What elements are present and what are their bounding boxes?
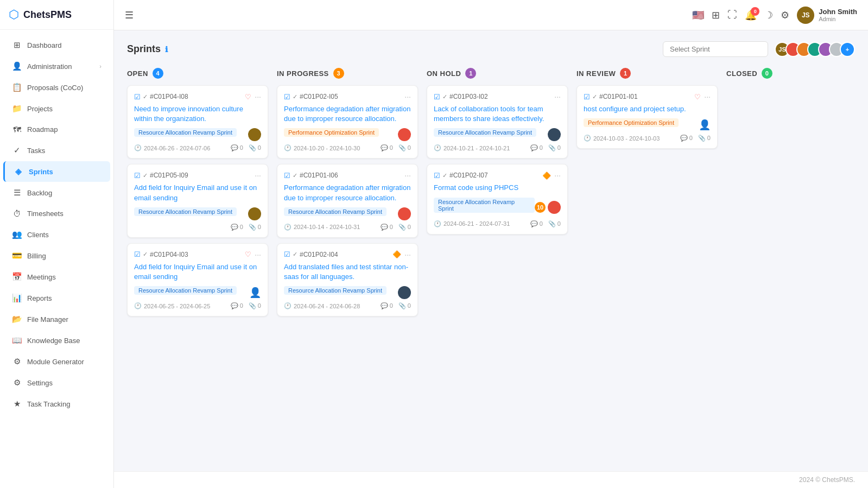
card-tag[interactable]: Performance Optimization Sprint bbox=[584, 118, 679, 127]
card-tag[interactable]: Resource Allocation Revamp Sprint bbox=[434, 128, 536, 137]
header: ☰ 🇺🇸 ⊞ ⛶ 🔔 0 ☽ ⚙ JS John Smith Admin bbox=[114, 0, 868, 30]
sidebar-item-dashboard[interactable]: ⊞ Dashboard bbox=[3, 35, 110, 55]
heart-icon[interactable]: ♡ bbox=[245, 250, 251, 258]
settings-icon[interactable]: ⚙ bbox=[781, 9, 789, 21]
priority-icon[interactable]: 🔶 bbox=[392, 250, 401, 258]
add-member-button[interactable]: + bbox=[840, 42, 855, 57]
hamburger-icon[interactable]: ☰ bbox=[125, 9, 134, 21]
attachments-stat: 📎 0 bbox=[249, 302, 261, 309]
card-title[interactable]: Add field for Inquiry Email and use it o… bbox=[134, 262, 261, 282]
card-top: ☑ ✓ #C01P04-I08 ♡ ··· bbox=[134, 92, 261, 101]
more-icon[interactable]: ··· bbox=[704, 92, 711, 101]
fullscreen-icon[interactable]: ⛶ bbox=[727, 9, 737, 21]
file-manager-icon: 📂 bbox=[12, 314, 22, 324]
more-icon[interactable]: ··· bbox=[554, 92, 561, 101]
main-area: ☰ 🇺🇸 ⊞ ⛶ 🔔 0 ☽ ⚙ JS John Smith Admin bbox=[114, 0, 868, 488]
notification-icon[interactable]: 🔔 0 bbox=[745, 9, 757, 21]
heart-icon[interactable]: ♡ bbox=[245, 93, 251, 101]
sidebar-label-file-manager: File Manager bbox=[27, 315, 68, 324]
info-icon[interactable]: ℹ bbox=[165, 45, 168, 54]
task-tracking-icon: ★ bbox=[12, 399, 22, 409]
card-meta: 10 bbox=[535, 201, 561, 214]
sidebar-item-settings[interactable]: ⚙ Settings bbox=[3, 372, 110, 393]
col-header-in-progress: IN PROGRESS 3 bbox=[277, 68, 418, 79]
card-avatar bbox=[548, 128, 561, 141]
grid-icon[interactable]: ⊞ bbox=[712, 9, 720, 21]
card-title[interactable]: Performance degradation after migration … bbox=[284, 183, 411, 202]
task-icon: ☑ bbox=[434, 172, 440, 180]
card-title[interactable]: host configure and project setup. bbox=[584, 104, 711, 114]
col-badge-open: 4 bbox=[153, 68, 163, 79]
card-tag[interactable]: Performance Optimization Sprint bbox=[284, 128, 379, 137]
more-icon[interactable]: ··· bbox=[255, 171, 261, 180]
sprint-select[interactable] bbox=[663, 41, 768, 57]
sidebar-item-backlog[interactable]: ☰ Backlog bbox=[3, 182, 110, 203]
card-avatar bbox=[548, 201, 561, 214]
card-id: ☑ ✓ #C01P04-I08 bbox=[134, 93, 188, 101]
card-title[interactable]: Need to improve innovation culture withi… bbox=[134, 104, 261, 124]
check-icon: ✓ bbox=[592, 93, 597, 100]
card-date: 🕐 2024-06-25 - 2024-06-25 bbox=[134, 302, 210, 309]
flag-icon[interactable]: 🇺🇸 bbox=[692, 9, 704, 21]
attachments-stat: 📎 0 bbox=[398, 224, 411, 231]
card-tag[interactable]: Resource Allocation Revamp Sprint bbox=[134, 286, 237, 295]
attachments-stat: 📎 0 bbox=[548, 220, 561, 227]
task-icon: ☑ bbox=[134, 93, 141, 101]
comments-stat: 💬 0 bbox=[530, 144, 543, 151]
sidebar-item-knowledge-base[interactable]: 📖 Knowledge Base bbox=[3, 330, 110, 351]
priority-icon[interactable]: 🔶 bbox=[542, 172, 551, 180]
sidebar-item-clients[interactable]: 👥 Clients bbox=[3, 224, 110, 245]
sidebar-item-projects[interactable]: 📁 Projects bbox=[3, 98, 110, 119]
more-icon[interactable]: ··· bbox=[404, 92, 411, 101]
more-icon[interactable]: ··· bbox=[255, 250, 261, 259]
sidebar-item-module-generator[interactable]: ⚙ Module Generator bbox=[3, 351, 110, 372]
sidebar-item-proposals[interactable]: 📋 Proposals (CoCo) bbox=[3, 77, 110, 98]
clock-icon: 🕐 bbox=[284, 224, 292, 231]
card-tag[interactable]: Resource Allocation Revamp Sprint bbox=[434, 198, 535, 213]
logo[interactable]: ⬡ ChetsPMS bbox=[0, 0, 113, 30]
card-meta bbox=[398, 286, 411, 299]
sidebar-label-reports: Reports bbox=[27, 294, 52, 302]
sidebar-item-roadmap[interactable]: 🗺 Roadmap bbox=[3, 119, 110, 140]
sidebar-item-reports[interactable]: 📊 Reports bbox=[3, 288, 110, 308]
card-actions: ♡ ··· bbox=[245, 92, 261, 101]
card-tag[interactable]: Resource Allocation Revamp Sprint bbox=[134, 207, 237, 216]
tag-avatar-row: Resource Allocation Revamp Sprint bbox=[134, 207, 261, 220]
card-title[interactable]: Lack of collaboration tools for team mem… bbox=[434, 104, 561, 124]
card-tag[interactable]: Resource Allocation Revamp Sprint bbox=[134, 128, 237, 137]
sidebar-label-sprints: Sprints bbox=[29, 168, 53, 176]
card-tag[interactable]: Resource Allocation Revamp Sprint bbox=[284, 286, 387, 295]
card-title[interactable]: Add translated files and test stintar no… bbox=[284, 262, 411, 282]
dark-mode-icon[interactable]: ☽ bbox=[764, 9, 773, 21]
sidebar-item-tasks[interactable]: ✓ Tasks bbox=[3, 140, 110, 161]
card-footer: 🕐 2024-06-25 - 2024-06-25 💬 0 📎 0 bbox=[134, 302, 261, 309]
more-icon[interactable]: ··· bbox=[554, 171, 561, 180]
sidebar-item-administration[interactable]: 👤 Administration › bbox=[3, 56, 110, 77]
sidebar-item-timesheets[interactable]: ⏱ Timesheets bbox=[3, 204, 110, 224]
comments-stat: 💬 0 bbox=[530, 220, 543, 227]
more-icon[interactable]: ··· bbox=[404, 171, 411, 180]
card-title[interactable]: Add field for Inquiry Email and use it o… bbox=[134, 183, 261, 202]
card-title[interactable]: Performance degradation after migration … bbox=[284, 104, 411, 124]
sidebar-item-sprints[interactable]: ◈ Sprints bbox=[3, 161, 110, 182]
card-title[interactable]: Format code using PHPCS bbox=[434, 183, 561, 193]
card-id: ☑ ✓ #C01P01-I06 bbox=[284, 172, 338, 180]
col-header-on-hold: ON HOLD 1 bbox=[427, 68, 568, 79]
kanban-col-open: OPEN 4 ☑ ✓ #C01P04-I08 ♡ ··· Need to imp… bbox=[127, 68, 268, 322]
card-footer: 🕐 2024-10-20 - 2024-10-30 💬 0 📎 0 bbox=[284, 144, 411, 151]
sidebar-item-task-tracking[interactable]: ★ Task Tracking bbox=[3, 394, 110, 414]
heart-icon[interactable]: ♡ bbox=[694, 93, 701, 101]
user-details: John Smith Admin bbox=[819, 8, 857, 22]
more-icon[interactable]: ··· bbox=[404, 250, 411, 259]
more-icon[interactable]: ··· bbox=[255, 92, 261, 101]
sidebar-item-file-manager[interactable]: 📂 File Manager bbox=[3, 309, 110, 329]
card-tag[interactable]: Resource Allocation Revamp Sprint bbox=[284, 207, 387, 216]
tag-avatar-row: Performance Optimization Sprint bbox=[284, 128, 411, 141]
timesheets-icon: ⏱ bbox=[12, 209, 22, 218]
card-date-text: 2024-06-21 - 2024-07-31 bbox=[443, 220, 510, 227]
card-meta bbox=[248, 128, 261, 141]
user-info[interactable]: JS John Smith Admin bbox=[797, 7, 857, 24]
clock-icon: 🕐 bbox=[134, 144, 142, 151]
sidebar-item-meetings[interactable]: 📅 Meetings bbox=[3, 267, 110, 287]
sidebar-item-billing[interactable]: 💳 Billing bbox=[3, 245, 110, 266]
